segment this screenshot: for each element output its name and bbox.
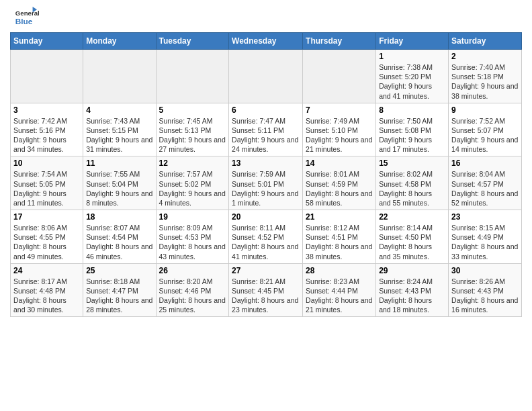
day-info: Sunrise: 8:06 AM Sunset: 4:55 PM Dayligh… [13, 223, 80, 261]
calendar-cell [83, 50, 156, 103]
day-number: 28 [306, 266, 373, 275]
day-info: Sunrise: 7:50 AM Sunset: 5:08 PM Dayligh… [379, 116, 445, 154]
calendar-cell: 24Sunrise: 8:17 AM Sunset: 4:48 PM Dayli… [11, 263, 83, 317]
calendar-cell: 1Sunrise: 7:38 AM Sunset: 5:20 PM Daylig… [376, 50, 449, 103]
calendar-cell: 23Sunrise: 8:15 AM Sunset: 4:49 PM Dayli… [449, 210, 522, 264]
day-number: 26 [159, 266, 226, 275]
day-info: Sunrise: 8:02 AM Sunset: 4:58 PM Dayligh… [379, 169, 445, 208]
weekday-header: Tuesday [156, 33, 229, 50]
day-number: 6 [232, 105, 300, 115]
weekday-header: Sunday [11, 33, 83, 50]
day-info: Sunrise: 7:40 AM Sunset: 5:18 PM Dayligh… [451, 62, 519, 101]
day-info: Sunrise: 7:52 AM Sunset: 5:07 PM Dayligh… [451, 116, 519, 154]
calendar-header-row: SundayMondayTuesdayWednesdayThursdayFrid… [11, 33, 522, 50]
day-number: 12 [159, 158, 226, 168]
day-info: Sunrise: 8:15 AM Sunset: 4:49 PM Dayligh… [451, 223, 519, 261]
calendar-week-row: 17Sunrise: 8:06 AM Sunset: 4:55 PM Dayli… [11, 210, 522, 264]
main-container: General Blue SundayMondayTuesdayWednesda… [0, 0, 532, 324]
day-number: 21 [306, 212, 373, 222]
calendar-cell: 19Sunrise: 8:09 AM Sunset: 4:53 PM Dayli… [156, 210, 229, 264]
weekday-header: Friday [376, 33, 449, 50]
calendar-cell: 8Sunrise: 7:50 AM Sunset: 5:08 PM Daylig… [376, 103, 449, 156]
calendar-week-row: 10Sunrise: 7:54 AM Sunset: 5:05 PM Dayli… [11, 156, 522, 210]
calendar-cell: 7Sunrise: 7:49 AM Sunset: 5:10 PM Daylig… [303, 103, 376, 156]
calendar-cell: 2Sunrise: 7:40 AM Sunset: 5:18 PM Daylig… [449, 50, 522, 103]
day-info: Sunrise: 7:38 AM Sunset: 5:20 PM Dayligh… [379, 62, 445, 101]
calendar-cell: 29Sunrise: 8:24 AM Sunset: 4:43 PM Dayli… [376, 263, 449, 317]
day-number: 13 [232, 158, 300, 168]
day-info: Sunrise: 8:17 AM Sunset: 4:48 PM Dayligh… [13, 277, 80, 315]
day-info: Sunrise: 7:57 AM Sunset: 5:02 PM Dayligh… [159, 169, 226, 208]
calendar-cell: 30Sunrise: 8:26 AM Sunset: 4:43 PM Dayli… [449, 263, 522, 317]
day-number: 9 [451, 105, 519, 115]
day-number: 14 [306, 158, 373, 168]
calendar-week-row: 3Sunrise: 7:42 AM Sunset: 5:16 PM Daylig… [11, 103, 522, 156]
day-info: Sunrise: 8:26 AM Sunset: 4:43 PM Dayligh… [451, 277, 519, 315]
calendar-cell: 21Sunrise: 8:12 AM Sunset: 4:51 PM Dayli… [303, 210, 376, 264]
calendar-cell: 9Sunrise: 7:52 AM Sunset: 5:07 PM Daylig… [449, 103, 522, 156]
day-info: Sunrise: 8:12 AM Sunset: 4:51 PM Dayligh… [306, 223, 373, 261]
day-info: Sunrise: 8:20 AM Sunset: 4:46 PM Dayligh… [159, 277, 226, 315]
svg-text:General: General [15, 9, 40, 17]
header: General Blue [10, 7, 522, 27]
day-number: 17 [13, 212, 80, 222]
logo-icon: General Blue [10, 7, 44, 27]
calendar-cell: 3Sunrise: 7:42 AM Sunset: 5:16 PM Daylig… [11, 103, 83, 156]
day-number: 3 [13, 105, 80, 115]
calendar-cell: 17Sunrise: 8:06 AM Sunset: 4:55 PM Dayli… [11, 210, 83, 264]
day-info: Sunrise: 7:55 AM Sunset: 5:04 PM Dayligh… [86, 169, 152, 208]
calendar-week-row: 1Sunrise: 7:38 AM Sunset: 5:20 PM Daylig… [11, 50, 522, 103]
calendar-cell: 28Sunrise: 8:23 AM Sunset: 4:44 PM Dayli… [303, 263, 376, 317]
calendar-cell: 25Sunrise: 8:18 AM Sunset: 4:47 PM Dayli… [83, 263, 156, 317]
calendar-cell: 13Sunrise: 7:59 AM Sunset: 5:01 PM Dayli… [229, 156, 303, 210]
day-number: 22 [379, 212, 445, 222]
day-number: 7 [306, 105, 373, 115]
svg-text:Blue: Blue [15, 17, 33, 26]
calendar-week-row: 24Sunrise: 8:17 AM Sunset: 4:48 PM Dayli… [11, 263, 522, 317]
day-number: 4 [86, 105, 152, 115]
calendar-cell: 10Sunrise: 7:54 AM Sunset: 5:05 PM Dayli… [11, 156, 83, 210]
day-info: Sunrise: 7:54 AM Sunset: 5:05 PM Dayligh… [13, 169, 80, 208]
day-number: 20 [232, 212, 300, 222]
day-info: Sunrise: 8:11 AM Sunset: 4:52 PM Dayligh… [232, 223, 300, 261]
day-info: Sunrise: 8:24 AM Sunset: 4:43 PM Dayligh… [379, 277, 445, 315]
day-number: 8 [379, 105, 445, 115]
day-number: 5 [159, 105, 226, 115]
day-number: 24 [13, 266, 80, 275]
day-number: 19 [159, 212, 226, 222]
weekday-header: Wednesday [229, 33, 303, 50]
day-number: 10 [13, 158, 80, 168]
calendar-table: SundayMondayTuesdayWednesdayThursdayFrid… [10, 32, 522, 317]
weekday-header: Saturday [449, 33, 522, 50]
day-info: Sunrise: 7:43 AM Sunset: 5:15 PM Dayligh… [86, 116, 152, 154]
calendar-cell [229, 50, 303, 103]
day-number: 15 [379, 158, 445, 168]
calendar-cell: 12Sunrise: 7:57 AM Sunset: 5:02 PM Dayli… [156, 156, 229, 210]
calendar-cell: 6Sunrise: 7:47 AM Sunset: 5:11 PM Daylig… [229, 103, 303, 156]
day-info: Sunrise: 8:14 AM Sunset: 4:50 PM Dayligh… [379, 223, 445, 261]
day-number: 30 [451, 266, 519, 275]
day-info: Sunrise: 8:21 AM Sunset: 4:45 PM Dayligh… [232, 277, 300, 315]
calendar-cell: 20Sunrise: 8:11 AM Sunset: 4:52 PM Dayli… [229, 210, 303, 264]
calendar-cell: 15Sunrise: 8:02 AM Sunset: 4:58 PM Dayli… [376, 156, 449, 210]
calendar-cell: 27Sunrise: 8:21 AM Sunset: 4:45 PM Dayli… [229, 263, 303, 317]
day-info: Sunrise: 8:07 AM Sunset: 4:54 PM Dayligh… [86, 223, 152, 261]
day-number: 1 [379, 52, 445, 61]
day-number: 25 [86, 266, 152, 275]
calendar-cell: 18Sunrise: 8:07 AM Sunset: 4:54 PM Dayli… [83, 210, 156, 264]
day-info: Sunrise: 7:47 AM Sunset: 5:11 PM Dayligh… [232, 116, 300, 154]
day-info: Sunrise: 8:09 AM Sunset: 4:53 PM Dayligh… [159, 223, 226, 261]
calendar-cell: 16Sunrise: 8:04 AM Sunset: 4:57 PM Dayli… [449, 156, 522, 210]
day-info: Sunrise: 8:23 AM Sunset: 4:44 PM Dayligh… [306, 277, 373, 315]
calendar-cell: 14Sunrise: 8:01 AM Sunset: 4:59 PM Dayli… [303, 156, 376, 210]
day-info: Sunrise: 7:42 AM Sunset: 5:16 PM Dayligh… [13, 116, 80, 154]
day-number: 23 [451, 212, 519, 222]
day-info: Sunrise: 8:01 AM Sunset: 4:59 PM Dayligh… [306, 169, 373, 208]
day-number: 2 [451, 52, 519, 61]
day-number: 29 [379, 266, 445, 275]
calendar-cell [303, 50, 376, 103]
weekday-header: Thursday [303, 33, 376, 50]
calendar-cell: 4Sunrise: 7:43 AM Sunset: 5:15 PM Daylig… [83, 103, 156, 156]
day-info: Sunrise: 7:59 AM Sunset: 5:01 PM Dayligh… [232, 169, 300, 208]
day-number: 27 [232, 266, 300, 275]
